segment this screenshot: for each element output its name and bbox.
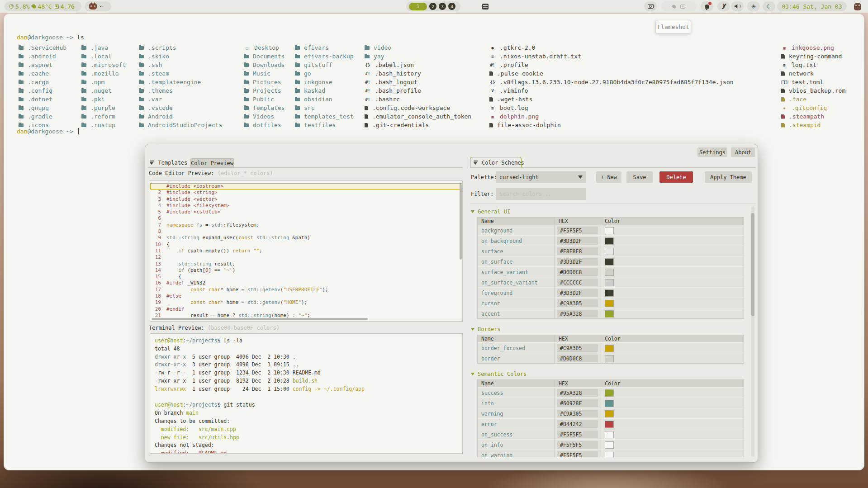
folder-icon bbox=[295, 115, 300, 118]
color-swatch[interactable] bbox=[605, 237, 614, 245]
clock[interactable]: 03:46 Sat, Jan 03 bbox=[777, 1, 847, 11]
hex-value-field[interactable]: #CCCCCC bbox=[557, 279, 598, 286]
section-title[interactable]: General UI bbox=[471, 208, 748, 214]
hex-value-field[interactable]: #F5F5F5 bbox=[557, 451, 598, 457]
delete-button[interactable]: Delete bbox=[659, 171, 693, 183]
volume-button[interactable] bbox=[731, 1, 744, 11]
nightlight-button[interactable]: ☾ bbox=[763, 1, 775, 11]
brightness-button[interactable]: ☀ bbox=[747, 1, 760, 11]
hex-value-field[interactable]: #95A328 bbox=[557, 310, 598, 317]
filter-input[interactable] bbox=[496, 188, 586, 200]
column-header-hex: HEX bbox=[555, 335, 601, 342]
workspace-1[interactable]: 1 bbox=[409, 3, 427, 10]
settings-button[interactable]: Settings bbox=[697, 147, 727, 157]
section-collapse-icon[interactable] bbox=[471, 373, 474, 375]
code-vertical-scrollbar[interactable] bbox=[460, 184, 462, 260]
color-swatch[interactable] bbox=[605, 355, 614, 362]
hex-value-field[interactable]: #3D3D2F bbox=[557, 237, 598, 245]
terminal-preview[interactable]: user@host:~/projects$ ls -latotal 48drwx… bbox=[150, 333, 463, 454]
color-swatch[interactable] bbox=[605, 400, 614, 407]
hex-value-field[interactable]: #D0D0C8 bbox=[557, 355, 598, 362]
color-swatch[interactable] bbox=[605, 279, 614, 286]
hex-value-field[interactable]: #B44242 bbox=[557, 420, 598, 428]
hex-value-field[interactable]: #3D3D2F bbox=[557, 289, 598, 297]
section-title[interactable]: Semantic Colors bbox=[471, 371, 748, 377]
file-item: ▢Desktop bbox=[244, 43, 285, 52]
file-item: ●.gtkrc-2.0 bbox=[489, 43, 734, 52]
color-swatch[interactable] bbox=[605, 248, 614, 255]
file-name: file-assoc-dolphin bbox=[497, 122, 561, 128]
collapse-schemes-icon[interactable] bbox=[474, 161, 478, 165]
tab-color-preview[interactable]: Color Preview bbox=[190, 158, 234, 168]
file-name: yay bbox=[374, 53, 384, 60]
system-stats-pill[interactable]: 5.8% 48°C 4.7G bbox=[5, 1, 81, 11]
color-swatch[interactable] bbox=[605, 410, 614, 417]
hex-value-field[interactable]: #F5F5F5 bbox=[557, 431, 598, 438]
color-swatch[interactable] bbox=[605, 300, 614, 307]
tray-icon[interactable] bbox=[479, 1, 492, 11]
terminal-badge-pill[interactable]: ~ bbox=[85, 1, 111, 11]
hex-value-field[interactable]: #F5F5F5 bbox=[557, 441, 598, 449]
color-swatch[interactable] bbox=[605, 389, 614, 397]
section-collapse-icon[interactable] bbox=[471, 210, 474, 213]
file-item: Public bbox=[244, 95, 285, 104]
notifications-button[interactable] bbox=[701, 1, 713, 11]
hex-value-field[interactable]: #60928F bbox=[557, 399, 598, 407]
hex-value-field[interactable]: #3D3D2F bbox=[557, 258, 598, 265]
color-name: cursor bbox=[478, 298, 555, 308]
hex-value-field[interactable]: #95A328 bbox=[557, 389, 598, 397]
color-cell bbox=[601, 308, 744, 319]
hex-value-field[interactable]: #E8E8E8 bbox=[557, 247, 598, 255]
tab-templates[interactable]: Templates bbox=[157, 158, 189, 167]
color-name: accent bbox=[478, 308, 555, 319]
workspace-3[interactable]: 3 bbox=[439, 3, 446, 10]
workspace-4[interactable]: 4 bbox=[448, 3, 455, 10]
color-cell bbox=[601, 267, 744, 277]
about-button[interactable]: About bbox=[731, 147, 755, 157]
code-horizontal-scrollbar[interactable] bbox=[152, 318, 368, 320]
section-title[interactable]: Borders bbox=[471, 326, 748, 332]
workspace-2[interactable]: 2 bbox=[429, 3, 436, 10]
new-palette-button[interactable]: + New bbox=[596, 171, 621, 183]
save-button[interactable]: Save bbox=[626, 171, 653, 183]
color-swatch[interactable] bbox=[605, 258, 614, 265]
panel-scrollbar-thumb[interactable] bbox=[751, 213, 754, 316]
color-swatch[interactable] bbox=[605, 310, 614, 317]
file-name: .purple bbox=[90, 104, 115, 111]
panel-scrollbar[interactable] bbox=[751, 206, 754, 456]
color-swatch[interactable] bbox=[605, 227, 614, 234]
inactive-tools-pill[interactable] bbox=[661, 1, 697, 11]
sh-file-icon: #! bbox=[365, 71, 371, 76]
left-panel-divider bbox=[148, 167, 463, 168]
folder-icon bbox=[81, 72, 86, 76]
color-swatch[interactable] bbox=[605, 269, 614, 276]
hex-value-field[interactable]: #C9A305 bbox=[557, 410, 598, 417]
color-swatch[interactable] bbox=[605, 441, 614, 449]
terminal-preview-line: modified: README.md bbox=[155, 450, 458, 454]
bluetooth-button[interactable]: ᛒ bbox=[717, 1, 730, 11]
color-table: NameHEXColorsuccess#95A328info#60928Fwar… bbox=[477, 379, 744, 457]
apply-theme-button[interactable]: Apply Theme bbox=[705, 171, 752, 183]
file-item: .face bbox=[781, 95, 845, 104]
color-swatch[interactable] bbox=[605, 452, 614, 458]
file-item: kaskad bbox=[295, 86, 354, 95]
color-swatch[interactable] bbox=[605, 421, 614, 428]
palette-dropdown[interactable]: cursed-light bbox=[496, 171, 586, 183]
owl-tray-button[interactable] bbox=[851, 1, 864, 11]
hex-value-field[interactable]: #C9A305 bbox=[557, 344, 598, 352]
prompt-line-2[interactable]: dan@darkgoose ~> bbox=[17, 128, 79, 135]
hex-value-field[interactable]: #D0D0C8 bbox=[557, 268, 598, 276]
file-item: ▣inkgoose.png bbox=[781, 43, 845, 52]
hex-cell: #C9A305 bbox=[555, 343, 601, 353]
hex-value-field[interactable]: #F5F5F5 bbox=[557, 227, 598, 234]
screencast-button[interactable] bbox=[644, 1, 657, 11]
collapse-preview-icon[interactable] bbox=[150, 161, 154, 165]
color-swatch[interactable] bbox=[605, 431, 614, 438]
terminal-preview-line: On branch main bbox=[155, 409, 458, 417]
code-editor-preview[interactable]: #include <iostream>2#include <string>3#i… bbox=[150, 180, 463, 322]
color-swatch[interactable] bbox=[605, 289, 614, 297]
file-item: {}.v8flags.13.6.233.10-node.27.9180b4da3… bbox=[489, 78, 734, 86]
color-swatch[interactable] bbox=[605, 345, 614, 352]
hex-value-field[interactable]: #C9A305 bbox=[557, 299, 598, 307]
section-collapse-icon[interactable] bbox=[471, 328, 474, 331]
